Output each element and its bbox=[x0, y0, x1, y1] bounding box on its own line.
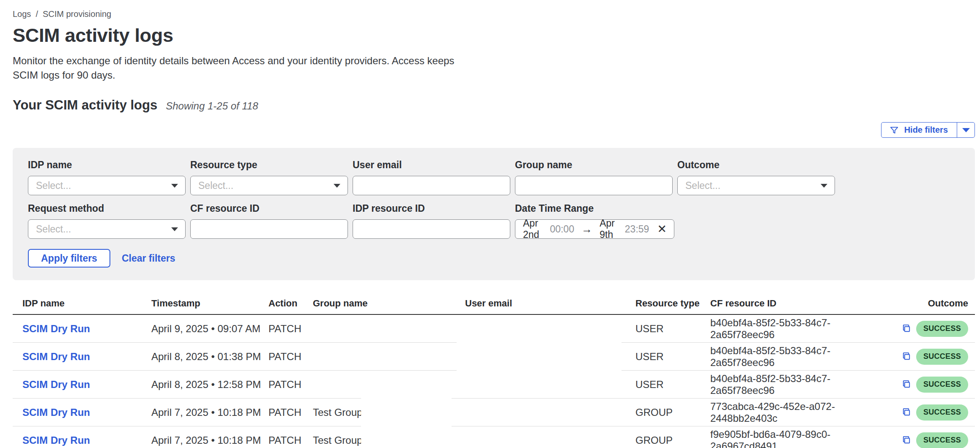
cf-resource-id-value: 773cabca-429c-452e-a072-2448bb2e403c bbox=[710, 401, 894, 424]
page-title: SCIM activity logs bbox=[13, 25, 975, 46]
filter-field-idp-resource-id: IDP resource ID bbox=[353, 203, 510, 239]
idp-name-link[interactable]: SCIM Dry Run bbox=[22, 407, 90, 418]
col-header-group-name: Group name bbox=[313, 298, 465, 314]
range-end-time: 23:59 bbox=[625, 224, 649, 235]
group-name-redaction-overlay bbox=[361, 396, 452, 448]
request-method-select[interactable]: Select... bbox=[28, 219, 186, 239]
breadcrumb-separator: / bbox=[36, 9, 38, 19]
arrow-right-icon: → bbox=[580, 223, 594, 236]
copy-icon[interactable] bbox=[902, 407, 912, 417]
clear-filters-link[interactable]: Clear filters bbox=[122, 253, 175, 264]
page-description: Monitor the exchange of identity details… bbox=[13, 54, 471, 82]
filters-dropdown-toggle[interactable] bbox=[957, 123, 975, 137]
user-email-input[interactable] bbox=[353, 176, 510, 195]
action-cell: PATCH bbox=[268, 323, 313, 335]
filter-label: User email bbox=[353, 159, 510, 171]
cf-resource-id-value: b40ebf4a-85f2-5b33-84c7-2a65f78eec96 bbox=[710, 345, 894, 369]
status-badge: SUCCESS bbox=[916, 432, 968, 448]
idp-name-link[interactable]: SCIM Dry Run bbox=[22, 434, 90, 446]
filter-label: IDP resource ID bbox=[353, 203, 510, 214]
idp-name-select[interactable]: Select... bbox=[28, 176, 186, 195]
action-cell: PATCH bbox=[268, 379, 313, 391]
table-header-row: IDP name Timestamp Action Group name Use… bbox=[13, 298, 975, 315]
showing-count: Showing 1-25 of 118 bbox=[166, 100, 258, 112]
clear-date-range-icon[interactable]: ✕ bbox=[654, 224, 667, 235]
action-cell: PATCH bbox=[268, 434, 313, 446]
idp-resource-id-input[interactable] bbox=[353, 219, 510, 239]
idp-name-link[interactable]: SCIM Dry Run bbox=[22, 379, 90, 390]
apply-filters-button[interactable]: Apply filters bbox=[28, 249, 110, 268]
timestamp-cell: April 7, 2025 • 10:18 PM bbox=[151, 407, 268, 418]
col-header-action: Action bbox=[268, 298, 313, 314]
filter-field-date-time-range: Date Time Range Apr 2nd 00:00 → Apr 9th … bbox=[515, 203, 674, 239]
action-cell: PATCH bbox=[268, 407, 313, 418]
filter-field-user-email: User email bbox=[353, 159, 510, 195]
col-header-outcome: Outcome bbox=[928, 298, 968, 314]
col-header-timestamp: Timestamp bbox=[151, 298, 268, 314]
chevron-down-icon bbox=[334, 184, 340, 188]
col-header-cf-resource-id: CF resource ID bbox=[710, 298, 912, 314]
cf-resource-id-value: b40ebf4a-85f2-5b33-84c7-2a65f78eec96 bbox=[710, 373, 894, 396]
scim-activity-logs-page: Logs / SCIM provisioning SCIM activity l… bbox=[0, 0, 980, 448]
timestamp-cell: April 8, 2025 • 01:38 PM bbox=[151, 351, 268, 363]
group-name-input[interactable] bbox=[515, 176, 673, 195]
select-placeholder: Select... bbox=[685, 180, 720, 191]
select-placeholder: Select... bbox=[36, 224, 71, 235]
resource-type-cell: USER bbox=[635, 351, 710, 363]
filter-label: Resource type bbox=[190, 159, 348, 171]
table-row: SCIM Dry Run April 7, 2025 • 10:18 PM PA… bbox=[13, 426, 975, 448]
chevron-down-icon bbox=[821, 184, 827, 188]
status-badge: SUCCESS bbox=[916, 321, 968, 337]
resource-type-cell: USER bbox=[635, 379, 710, 391]
table-row: SCIM Dry Run April 7, 2025 • 10:18 PM PA… bbox=[13, 399, 975, 426]
select-placeholder: Select... bbox=[36, 180, 71, 191]
filter-field-outcome: Outcome Select... bbox=[677, 159, 835, 195]
filter-field-group-name: Group name bbox=[515, 159, 673, 195]
copy-icon[interactable] bbox=[902, 435, 912, 445]
select-placeholder: Select... bbox=[198, 180, 233, 191]
cf-resource-id-input[interactable] bbox=[190, 219, 348, 239]
chevron-down-icon bbox=[171, 184, 178, 188]
resource-type-select[interactable]: Select... bbox=[190, 176, 348, 195]
filter-label: IDP name bbox=[28, 159, 186, 171]
filter-label: Request method bbox=[28, 203, 186, 214]
idp-name-link[interactable]: SCIM Dry Run bbox=[22, 323, 90, 334]
resource-type-cell: GROUP bbox=[635, 434, 710, 446]
copy-icon[interactable] bbox=[902, 324, 912, 333]
user-email-redaction-overlay bbox=[457, 315, 621, 377]
outcome-select[interactable]: Select... bbox=[677, 176, 835, 195]
breadcrumb-scim-provisioning[interactable]: SCIM provisioning bbox=[43, 9, 111, 19]
idp-name-link[interactable]: SCIM Dry Run bbox=[22, 351, 90, 362]
range-end-date: Apr 9th bbox=[599, 218, 619, 240]
timestamp-cell: April 9, 2025 • 09:07 AM bbox=[151, 323, 268, 335]
breadcrumb-logs[interactable]: Logs bbox=[13, 9, 31, 19]
cf-resource-id-value: b40ebf4a-85f2-5b33-84c7-2a65f78eec96 bbox=[710, 317, 894, 341]
timestamp-cell: April 8, 2025 • 12:58 PM bbox=[151, 379, 268, 391]
copy-icon[interactable] bbox=[902, 380, 912, 389]
breadcrumb: Logs / SCIM provisioning bbox=[13, 9, 975, 19]
section-heading: Your SCIM activity logs bbox=[13, 98, 157, 113]
filter-field-request-method: Request method Select... bbox=[28, 203, 186, 239]
hide-filters-label: Hide filters bbox=[904, 125, 948, 135]
range-start-time: 00:00 bbox=[550, 224, 575, 235]
filter-field-idp-name: IDP name Select... bbox=[28, 159, 186, 195]
resource-type-cell: GROUP bbox=[635, 407, 710, 418]
hide-filters-button[interactable]: Hide filters bbox=[881, 122, 975, 138]
filter-field-cf-resource-id: CF resource ID bbox=[190, 203, 348, 239]
col-header-user-email: User email bbox=[465, 298, 635, 314]
cf-resource-id-value: f9e905bf-bd6a-4079-89c0-2a6967cd8491 bbox=[710, 429, 894, 448]
col-header-resource-type: Resource type bbox=[635, 298, 710, 314]
filter-field-resource-type: Resource type Select... bbox=[190, 159, 348, 195]
chevron-down-icon bbox=[962, 128, 970, 132]
filter-panel: IDP name Select... Resource type Select.… bbox=[13, 148, 975, 280]
filter-label: CF resource ID bbox=[190, 203, 348, 214]
status-badge: SUCCESS bbox=[916, 349, 968, 365]
filter-label: Date Time Range bbox=[515, 203, 674, 214]
filter-label: Outcome bbox=[677, 159, 835, 171]
date-time-range-picker[interactable]: Apr 2nd 00:00 → Apr 9th 23:59 ✕ bbox=[515, 219, 674, 239]
filter-label: Group name bbox=[515, 159, 673, 171]
status-badge: SUCCESS bbox=[916, 377, 968, 393]
copy-icon[interactable] bbox=[902, 352, 912, 361]
filter-funnel-icon bbox=[890, 126, 899, 135]
chevron-down-icon bbox=[171, 227, 178, 231]
